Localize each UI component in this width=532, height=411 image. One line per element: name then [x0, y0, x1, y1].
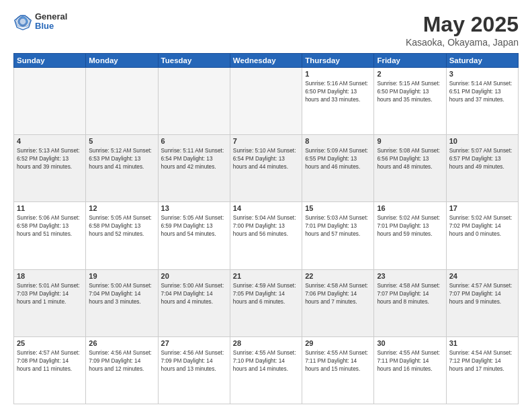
calendar-week-row: 11Sunrise: 5:06 AM Sunset: 6:58 PM Dayli…	[14, 202, 519, 269]
day-info: Sunrise: 5:04 AM Sunset: 7:00 PM Dayligh…	[233, 214, 299, 238]
calendar-cell: 25Sunrise: 4:57 AM Sunset: 7:08 PM Dayli…	[14, 336, 86, 404]
calendar-week-row: 18Sunrise: 5:01 AM Sunset: 7:03 PM Dayli…	[14, 269, 519, 336]
calendar-header-saturday: Saturday	[446, 54, 518, 68]
calendar-header-thursday: Thursday	[302, 54, 374, 68]
day-number: 26	[89, 339, 154, 347]
day-number: 23	[377, 272, 443, 280]
calendar-cell: 2Sunrise: 5:15 AM Sunset: 6:50 PM Daylig…	[374, 68, 446, 135]
calendar-header-wednesday: Wednesday	[230, 54, 302, 68]
calendar-cell: 23Sunrise: 4:58 AM Sunset: 7:07 PM Dayli…	[374, 269, 446, 336]
day-number: 12	[89, 204, 154, 212]
calendar-cell: 1Sunrise: 5:16 AM Sunset: 6:50 PM Daylig…	[302, 68, 374, 135]
day-number: 6	[161, 137, 227, 145]
day-number: 8	[305, 137, 371, 145]
day-info: Sunrise: 5:05 AM Sunset: 6:59 PM Dayligh…	[161, 214, 227, 238]
day-number: 25	[17, 339, 83, 347]
calendar-cell: 17Sunrise: 5:02 AM Sunset: 7:02 PM Dayli…	[446, 202, 518, 269]
calendar-cell	[14, 68, 86, 135]
day-number: 29	[305, 339, 371, 347]
calendar-cell: 16Sunrise: 5:02 AM Sunset: 7:01 PM Dayli…	[374, 202, 446, 269]
day-number: 31	[449, 339, 515, 347]
calendar-cell: 13Sunrise: 5:05 AM Sunset: 6:59 PM Dayli…	[158, 202, 230, 269]
calendar-cell: 6Sunrise: 5:11 AM Sunset: 6:54 PM Daylig…	[158, 135, 230, 202]
day-info: Sunrise: 5:08 AM Sunset: 6:56 PM Dayligh…	[377, 146, 443, 171]
day-info: Sunrise: 5:03 AM Sunset: 7:01 PM Dayligh…	[305, 214, 371, 238]
calendar-cell	[158, 68, 230, 135]
day-number: 17	[449, 204, 515, 212]
logo-blue: Blue	[35, 21, 67, 31]
calendar-cell: 22Sunrise: 4:58 AM Sunset: 7:06 PM Dayli…	[302, 269, 374, 336]
calendar-header-tuesday: Tuesday	[158, 54, 230, 68]
day-info: Sunrise: 4:56 AM Sunset: 7:09 PM Dayligh…	[89, 349, 154, 373]
day-info: Sunrise: 5:02 AM Sunset: 7:02 PM Dayligh…	[449, 214, 515, 238]
day-number: 22	[305, 272, 371, 280]
day-info: Sunrise: 5:00 AM Sunset: 7:04 PM Dayligh…	[161, 281, 227, 306]
day-info: Sunrise: 5:02 AM Sunset: 7:01 PM Dayligh…	[377, 214, 443, 238]
day-number: 2	[377, 70, 443, 78]
day-number: 3	[449, 70, 515, 78]
day-info: Sunrise: 4:58 AM Sunset: 7:06 PM Dayligh…	[305, 281, 371, 306]
day-info: Sunrise: 4:57 AM Sunset: 7:07 PM Dayligh…	[449, 281, 515, 306]
calendar-cell: 30Sunrise: 4:55 AM Sunset: 7:11 PM Dayli…	[374, 336, 446, 404]
calendar-header-monday: Monday	[86, 54, 158, 68]
day-info: Sunrise: 5:06 AM Sunset: 6:58 PM Dayligh…	[17, 214, 83, 238]
day-info: Sunrise: 4:55 AM Sunset: 7:11 PM Dayligh…	[377, 349, 443, 373]
day-info: Sunrise: 5:07 AM Sunset: 6:57 PM Dayligh…	[449, 146, 515, 171]
calendar-week-row: 4Sunrise: 5:13 AM Sunset: 6:52 PM Daylig…	[14, 135, 519, 202]
day-info: Sunrise: 5:14 AM Sunset: 6:51 PM Dayligh…	[449, 79, 515, 103]
calendar-header-sunday: Sunday	[14, 54, 86, 68]
day-number: 7	[233, 137, 299, 145]
calendar-table: SundayMondayTuesdayWednesdayThursdayFrid…	[13, 53, 519, 404]
location-title: Kasaoka, Okayama, Japan	[406, 37, 519, 48]
calendar-cell: 26Sunrise: 4:56 AM Sunset: 7:09 PM Dayli…	[86, 336, 158, 404]
day-number: 27	[161, 339, 227, 347]
day-info: Sunrise: 4:57 AM Sunset: 7:08 PM Dayligh…	[17, 349, 83, 373]
logo-general: General	[35, 12, 67, 21]
day-info: Sunrise: 4:56 AM Sunset: 7:09 PM Dayligh…	[161, 349, 227, 373]
day-info: Sunrise: 5:11 AM Sunset: 6:54 PM Dayligh…	[161, 146, 227, 171]
day-number: 9	[377, 137, 443, 145]
day-number: 15	[305, 204, 371, 212]
calendar-cell: 4Sunrise: 5:13 AM Sunset: 6:52 PM Daylig…	[14, 135, 86, 202]
day-info: Sunrise: 5:16 AM Sunset: 6:50 PM Dayligh…	[305, 79, 371, 103]
day-info: Sunrise: 5:10 AM Sunset: 6:54 PM Dayligh…	[233, 146, 299, 171]
calendar-header-friday: Friday	[374, 54, 446, 68]
calendar-cell	[86, 68, 158, 135]
day-info: Sunrise: 5:01 AM Sunset: 7:03 PM Dayligh…	[17, 281, 83, 306]
day-number: 4	[17, 137, 83, 145]
day-info: Sunrise: 5:00 AM Sunset: 7:04 PM Dayligh…	[89, 281, 154, 306]
day-number: 11	[17, 204, 83, 212]
day-number: 21	[233, 272, 299, 280]
day-info: Sunrise: 4:59 AM Sunset: 7:05 PM Dayligh…	[233, 281, 299, 306]
day-number: 10	[449, 137, 515, 145]
calendar-cell: 28Sunrise: 4:55 AM Sunset: 7:10 PM Dayli…	[230, 336, 302, 404]
day-info: Sunrise: 5:13 AM Sunset: 6:52 PM Dayligh…	[17, 146, 83, 171]
logo-text: General Blue	[35, 12, 67, 32]
calendar-cell: 24Sunrise: 4:57 AM Sunset: 7:07 PM Dayli…	[446, 269, 518, 336]
calendar-cell: 10Sunrise: 5:07 AM Sunset: 6:57 PM Dayli…	[446, 135, 518, 202]
calendar-week-row: 1Sunrise: 5:16 AM Sunset: 6:50 PM Daylig…	[14, 68, 519, 135]
day-number: 20	[161, 272, 227, 280]
calendar-cell: 29Sunrise: 4:55 AM Sunset: 7:11 PM Dayli…	[302, 336, 374, 404]
calendar-cell: 9Sunrise: 5:08 AM Sunset: 6:56 PM Daylig…	[374, 135, 446, 202]
day-info: Sunrise: 5:15 AM Sunset: 6:50 PM Dayligh…	[377, 79, 443, 103]
calendar-cell: 8Sunrise: 5:09 AM Sunset: 6:55 PM Daylig…	[302, 135, 374, 202]
calendar-cell: 5Sunrise: 5:12 AM Sunset: 6:53 PM Daylig…	[86, 135, 158, 202]
calendar-cell: 27Sunrise: 4:56 AM Sunset: 7:09 PM Dayli…	[158, 336, 230, 404]
calendar-cell: 7Sunrise: 5:10 AM Sunset: 6:54 PM Daylig…	[230, 135, 302, 202]
day-number: 13	[161, 204, 227, 212]
day-number: 24	[449, 272, 515, 280]
svg-point-3	[20, 19, 26, 25]
calendar-header-row: SundayMondayTuesdayWednesdayThursdayFrid…	[14, 54, 519, 68]
day-number: 1	[305, 70, 371, 78]
calendar-cell: 20Sunrise: 5:00 AM Sunset: 7:04 PM Dayli…	[158, 269, 230, 336]
day-number: 5	[89, 137, 154, 145]
calendar-cell: 12Sunrise: 5:05 AM Sunset: 6:58 PM Dayli…	[86, 202, 158, 269]
day-info: Sunrise: 4:55 AM Sunset: 7:11 PM Dayligh…	[305, 349, 371, 373]
calendar-cell: 3Sunrise: 5:14 AM Sunset: 6:51 PM Daylig…	[446, 68, 518, 135]
calendar-cell: 15Sunrise: 5:03 AM Sunset: 7:01 PM Dayli…	[302, 202, 374, 269]
day-info: Sunrise: 5:09 AM Sunset: 6:55 PM Dayligh…	[305, 146, 371, 171]
month-year-title: May 2025	[406, 12, 519, 37]
header: General Blue May 2025 Kasaoka, Okayama, …	[13, 12, 519, 48]
day-number: 19	[89, 272, 154, 280]
